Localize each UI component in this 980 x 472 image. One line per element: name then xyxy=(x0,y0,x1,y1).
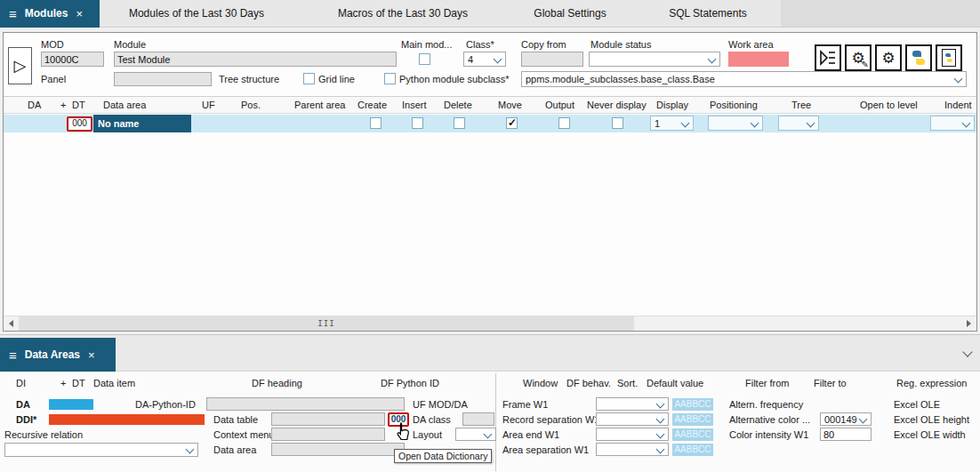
run-list-icon xyxy=(819,50,837,66)
tab-data-areas[interactable]: ≡ Data Areas × xyxy=(0,338,116,372)
move-checkbox[interactable] xyxy=(506,117,518,129)
module-field[interactable] xyxy=(114,52,397,67)
tab-modules-last-30-days[interactable]: Modules of the Last 30 Days xyxy=(114,0,279,28)
work-area-field[interactable] xyxy=(728,52,789,67)
da-python-id-field[interactable] xyxy=(206,397,405,411)
area-separation-w1-label: Area separation W1 xyxy=(502,444,589,455)
recursive-relation-label: Recursive relation xyxy=(4,429,83,440)
area-end-w1-label: Area end W1 xyxy=(502,429,559,440)
data-area-label: Data area xyxy=(213,444,256,455)
settings-edit-button[interactable]: ⚙ ✎ xyxy=(845,44,872,71)
pencil-icon: ✎ xyxy=(862,60,869,69)
tab-sql-statements[interactable]: SQL Statements xyxy=(652,0,764,28)
module-status-select[interactable] xyxy=(589,52,720,67)
layout-select[interactable] xyxy=(455,428,496,441)
run-with-options-button[interactable] xyxy=(815,44,841,71)
tab-macros-last-30-days[interactable]: Macros of the Last 30 Days xyxy=(320,0,486,28)
positioning-select[interactable] xyxy=(708,116,763,131)
record-separation-w1-select[interactable] xyxy=(596,412,669,426)
color-intensity-field[interactable] xyxy=(820,428,872,441)
tab-modules[interactable]: ≡ Modules × xyxy=(0,0,100,28)
scrollbar-thumb[interactable]: III xyxy=(19,316,634,331)
module-label: Module xyxy=(114,39,146,50)
scroll-right-button[interactable] xyxy=(961,316,976,331)
data-areas-hamburger-icon[interactable]: ≡ xyxy=(9,348,17,363)
tab-modules-close-icon[interactable]: × xyxy=(76,8,83,20)
cell-dt[interactable]: 000 xyxy=(67,116,92,132)
excel-ole-label: Excel OLE xyxy=(894,399,940,410)
alternative-color-select[interactable]: 000149 xyxy=(820,412,872,426)
modules-panel: ▷ MOD Module Main mod... Class* 4 Copy f… xyxy=(3,32,977,332)
area-end-color-field[interactable]: AABBCC xyxy=(672,428,713,441)
python-subclass-select[interactable]: ppms.module_subclasses.base_class.Base xyxy=(521,71,967,87)
tabbar-shade xyxy=(781,0,980,27)
grid-line-checkbox[interactable] xyxy=(303,73,315,84)
python-icon xyxy=(912,51,926,65)
module-status-label: Module status xyxy=(590,39,651,50)
col-positioning: Positioning xyxy=(710,100,758,110)
never-display-checkbox[interactable] xyxy=(612,117,623,129)
display-select[interactable]: 1 xyxy=(650,116,694,131)
hamburger-icon[interactable]: ≡ xyxy=(9,0,17,28)
copy-from-field[interactable] xyxy=(521,52,583,67)
python-button[interactable] xyxy=(905,44,932,71)
python-module-button[interactable] xyxy=(936,44,962,71)
col-parent-area: Parent area xyxy=(294,100,345,110)
recursive-relation-select[interactable] xyxy=(4,443,198,457)
data-areas-header-strip xyxy=(0,334,980,372)
col-display: Display xyxy=(656,100,688,110)
class-value: 4 xyxy=(468,54,473,65)
tab-global-settings[interactable]: Global Settings xyxy=(514,0,626,28)
ddi-field[interactable] xyxy=(49,414,205,425)
horizontal-scrollbar[interactable]: III xyxy=(4,316,976,331)
play-icon: ▷ xyxy=(14,56,27,76)
settings-button[interactable]: ⚙ xyxy=(875,44,902,71)
scroll-left-button[interactable] xyxy=(4,316,19,331)
col-window: Window xyxy=(523,378,558,388)
area-separation-w1-select[interactable] xyxy=(596,443,669,456)
data-areas-close-icon[interactable]: × xyxy=(88,349,95,361)
area-end-w1-select[interactable] xyxy=(596,428,669,441)
main-mod-checkbox[interactable] xyxy=(419,53,430,65)
context-menu-label: Context menu xyxy=(213,429,274,440)
tree-select[interactable] xyxy=(778,116,819,131)
area-separation-color-field[interactable]: AABBCC xyxy=(672,444,713,456)
data-area-field[interactable] xyxy=(271,443,405,456)
mod-label: MOD xyxy=(41,39,64,50)
da-field[interactable] xyxy=(49,399,93,410)
cell-data-area[interactable]: No name xyxy=(93,115,191,132)
da-class-field[interactable] xyxy=(462,412,494,426)
record-separation-color-field[interactable]: AABBCC xyxy=(672,413,713,426)
copy-from-label: Copy from xyxy=(521,39,566,50)
cursor-icon xyxy=(395,422,411,442)
insert-checkbox[interactable] xyxy=(412,117,423,129)
col-data-area: Data area xyxy=(103,100,146,110)
run-button[interactable]: ▷ xyxy=(8,47,32,84)
indent-select[interactable] xyxy=(930,116,975,131)
class-select[interactable]: 4 xyxy=(463,52,506,67)
col-tree: Tree xyxy=(791,100,811,110)
output-checkbox[interactable] xyxy=(558,117,570,129)
da-label: DA xyxy=(16,399,30,410)
panel-field[interactable] xyxy=(114,72,212,86)
frame-w1-select[interactable] xyxy=(596,397,669,411)
mod-field[interactable] xyxy=(41,52,104,67)
col-pos: Pos. xyxy=(241,100,261,110)
record-separation-w1-label: Record separation W1 xyxy=(502,414,599,425)
col-never-display: Never display xyxy=(587,100,647,110)
gear-icon: ⚙ xyxy=(881,51,895,66)
add-item-button[interactable]: + xyxy=(60,378,66,388)
tree-structure-label: Tree structure xyxy=(219,74,279,84)
col-reg-expression: Reg. expression xyxy=(896,378,968,388)
col-df-python-id: DF Python ID xyxy=(381,378,439,388)
frame-w1-label: Frame W1 xyxy=(502,399,548,410)
delete-checkbox[interactable] xyxy=(454,117,465,129)
context-menu-field[interactable] xyxy=(271,428,385,441)
scroll-left-icon xyxy=(9,320,13,327)
add-row-button[interactable]: + xyxy=(60,100,66,110)
create-checkbox[interactable] xyxy=(370,117,382,129)
python-subclass-checkbox[interactable] xyxy=(384,73,396,84)
data-table-field[interactable] xyxy=(271,412,385,426)
frame-w1-color-field[interactable]: AABBCC xyxy=(672,398,713,411)
col-filter-from: Filter from xyxy=(745,378,790,388)
